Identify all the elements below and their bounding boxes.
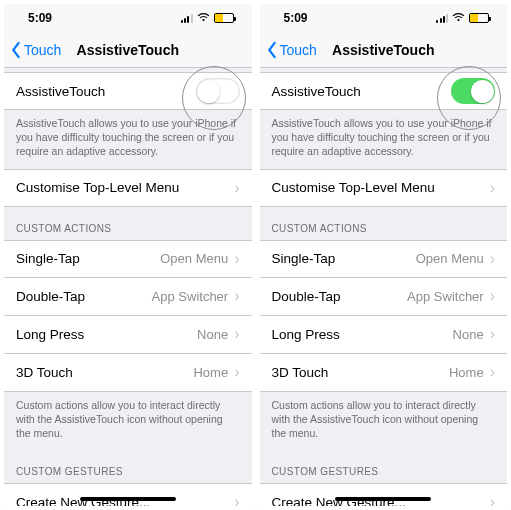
wifi-icon — [452, 12, 465, 24]
home-indicator — [80, 497, 176, 501]
chevron-right-icon: › — [490, 180, 495, 196]
assistivetouch-description: AssistiveTouch allows you to use your iP… — [4, 110, 252, 169]
row-label: Customise Top-Level Menu — [272, 180, 435, 195]
chevron-right-icon: › — [490, 364, 495, 380]
row-3d-touch[interactable]: 3D Touch Home› — [260, 354, 508, 392]
chevron-right-icon: › — [234, 180, 239, 196]
phone-screen-1: 5:09 Touch AssistiveTouch AssistiveTouch — [260, 4, 508, 506]
toggle-label: AssistiveTouch — [272, 84, 361, 99]
customise-menu-row[interactable]: Customise Top-Level Menu › — [4, 169, 252, 207]
row-value: None› — [453, 326, 495, 342]
status-bar: 5:09 — [260, 4, 508, 32]
row-label: Single-Tap — [16, 251, 80, 266]
battery-icon — [469, 13, 489, 23]
customise-menu-row[interactable]: Customise Top-Level Menu › — [260, 169, 508, 207]
signal-icon — [436, 14, 448, 23]
toggle-label: AssistiveTouch — [16, 84, 105, 99]
row-label: Single-Tap — [272, 251, 336, 266]
assistivetouch-toggle-row[interactable]: AssistiveTouch — [260, 72, 508, 110]
page-title: AssistiveTouch — [77, 42, 179, 58]
signal-icon — [181, 14, 193, 23]
chevron-right-icon: › — [234, 494, 239, 506]
assistivetouch-toggle[interactable] — [451, 78, 495, 104]
back-label: Touch — [280, 42, 317, 58]
custom-gestures-header: CUSTOM GESTURES — [260, 450, 508, 483]
row-value: App Switcher› — [152, 288, 240, 304]
status-bar: 5:09 — [4, 4, 252, 32]
assistivetouch-toggle[interactable] — [196, 78, 240, 104]
status-right — [181, 12, 234, 24]
custom-actions-header: CUSTOM ACTIONS — [260, 207, 508, 240]
battery-icon — [214, 13, 234, 23]
back-label: Touch — [24, 42, 61, 58]
page-title: AssistiveTouch — [332, 42, 434, 58]
row-single-tap[interactable]: Single-Tap Open Menu› — [260, 240, 508, 278]
nav-bar: Touch AssistiveTouch — [4, 32, 252, 68]
status-right — [436, 12, 489, 24]
row-3d-touch[interactable]: 3D Touch Home› — [4, 354, 252, 392]
chevron-right-icon: › — [490, 326, 495, 342]
create-gesture-row[interactable]: Create New Gesture... › — [4, 483, 252, 506]
row-value: Home› — [449, 364, 495, 380]
custom-actions-footer: Custom actions allow you to interact dir… — [4, 392, 252, 451]
row-value: App Switcher› — [407, 288, 495, 304]
chevron-right-icon: › — [234, 251, 239, 267]
row-value: None› — [197, 326, 239, 342]
row-value: Home› — [193, 364, 239, 380]
row-long-press[interactable]: Long Press None› — [4, 316, 252, 354]
assistivetouch-toggle-row[interactable]: AssistiveTouch — [4, 72, 252, 110]
status-time: 5:09 — [284, 11, 308, 25]
row-label: Double-Tap — [16, 289, 85, 304]
chevron-left-icon — [10, 41, 22, 59]
chevron-right-icon: › — [490, 288, 495, 304]
row-value: Open Menu› — [416, 251, 495, 267]
row-long-press[interactable]: Long Press None› — [260, 316, 508, 354]
row-label: 3D Touch — [272, 365, 329, 380]
custom-actions-header: CUSTOM ACTIONS — [4, 207, 252, 240]
row-label: Long Press — [16, 327, 84, 342]
chevron-right-icon: › — [234, 364, 239, 380]
chevron-right-icon: › — [490, 251, 495, 267]
row-single-tap[interactable]: Single-Tap Open Menu› — [4, 240, 252, 278]
chevron-right-icon: › — [234, 288, 239, 304]
row-label: 3D Touch — [16, 365, 73, 380]
chevron-left-icon — [266, 41, 278, 59]
row-label: Double-Tap — [272, 289, 341, 304]
custom-actions-footer: Custom actions allow you to interact dir… — [260, 392, 508, 451]
row-label: Long Press — [272, 327, 340, 342]
chevron-right-icon: › — [490, 494, 495, 506]
row-double-tap[interactable]: Double-Tap App Switcher› — [4, 278, 252, 316]
phone-screen-0: 5:09 Touch AssistiveTouch AssistiveTouch — [4, 4, 252, 506]
nav-bar: Touch AssistiveTouch — [260, 32, 508, 68]
custom-gestures-header: CUSTOM GESTURES — [4, 450, 252, 483]
assistivetouch-description: AssistiveTouch allows you to use your iP… — [260, 110, 508, 169]
status-time: 5:09 — [28, 11, 52, 25]
chevron-right-icon: › — [234, 326, 239, 342]
back-button[interactable]: Touch — [10, 41, 61, 59]
create-gesture-row[interactable]: Create New Gesture... › — [260, 483, 508, 506]
wifi-icon — [197, 12, 210, 24]
row-label: Customise Top-Level Menu — [16, 180, 179, 195]
row-double-tap[interactable]: Double-Tap App Switcher› — [260, 278, 508, 316]
back-button[interactable]: Touch — [266, 41, 317, 59]
home-indicator — [335, 497, 431, 501]
row-value: Open Menu› — [160, 251, 239, 267]
